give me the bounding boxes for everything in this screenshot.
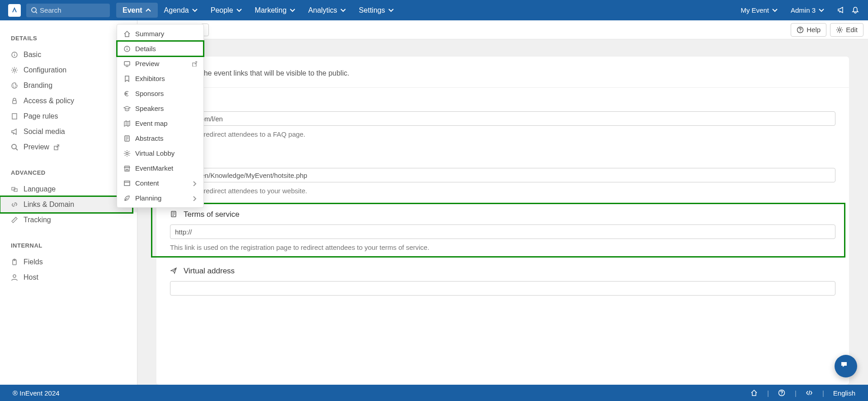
nav-people[interactable]: People xyxy=(204,0,249,20)
megaphone-icon xyxy=(11,128,24,135)
palette-icon xyxy=(11,82,24,89)
notifications-icon[interactable] xyxy=(852,6,860,14)
nav-label: Marketing xyxy=(255,6,287,14)
field-label-text: Virtual address xyxy=(184,267,235,276)
nav-label: My Event xyxy=(741,6,769,14)
info-icon xyxy=(11,51,24,58)
sidebar-item-label: Page rules xyxy=(24,112,58,120)
footer-code-icon[interactable] xyxy=(806,389,813,397)
website-link-input[interactable] xyxy=(170,168,835,182)
field-help-text: be used to redirect attendees to a FAQ p… xyxy=(170,130,835,138)
document-icon xyxy=(123,135,135,142)
nav-label: People xyxy=(211,6,233,14)
dd-exhibitors[interactable]: Exhibitors xyxy=(117,71,203,86)
person-icon xyxy=(11,274,24,281)
monitor-icon xyxy=(123,60,135,67)
search-icon xyxy=(31,7,37,14)
dd-virtual-lobby[interactable]: Virtual Lobby xyxy=(117,146,203,161)
dd-label: Sponsors xyxy=(135,90,164,97)
nav-user[interactable]: Admin 3 xyxy=(784,0,831,20)
sidebar-item-host[interactable]: Host xyxy=(0,270,137,285)
footer-separator: | xyxy=(822,389,824,397)
sidebar-item-label: Tracking xyxy=(24,216,51,224)
dd-label: Speakers xyxy=(135,105,164,112)
top-navbar: Event Agenda People Marketing Analytics … xyxy=(0,0,868,20)
copyright-text: ® InEvent 2024 xyxy=(13,389,60,397)
search-input[interactable] xyxy=(40,6,105,14)
dd-label: Preview xyxy=(135,60,159,67)
bookmark-icon xyxy=(123,75,135,82)
dd-summary[interactable]: Summary xyxy=(117,26,203,41)
event-dropdown: Summary Details Preview Exhibitors Spons… xyxy=(117,24,204,208)
chat-launcher[interactable] xyxy=(835,355,857,377)
nav-label: Settings xyxy=(359,6,385,14)
dd-planning[interactable]: Planning xyxy=(117,191,203,205)
dd-event-map[interactable]: Event map xyxy=(117,116,203,131)
dd-sponsors[interactable]: Sponsors xyxy=(117,86,203,101)
link-icon xyxy=(11,201,24,208)
footer-help-icon[interactable] xyxy=(778,389,786,397)
sidebar-item-label: Basic xyxy=(24,51,41,59)
dd-details[interactable]: Details xyxy=(117,41,203,56)
virtual-address-input[interactable] xyxy=(170,281,835,296)
nav-settings[interactable]: Settings xyxy=(353,0,401,20)
nav-label: Event xyxy=(123,6,142,14)
clipboard-icon xyxy=(11,258,24,266)
sidebar-item-label: Language xyxy=(24,185,56,193)
content-icon xyxy=(123,180,135,187)
dd-label: Planning xyxy=(135,194,161,202)
intro-text: configure the event links that will be v… xyxy=(156,69,849,88)
dd-label: EventMarket xyxy=(135,164,173,172)
page-icon xyxy=(11,113,24,120)
dd-label: Virtual Lobby xyxy=(135,149,175,157)
lock-icon xyxy=(11,97,24,105)
dd-speakers[interactable]: Speakers xyxy=(117,101,203,116)
announce-icon[interactable] xyxy=(837,6,845,14)
footer-language[interactable]: English xyxy=(833,389,855,397)
content-panel: configure the event links that will be v… xyxy=(156,57,849,385)
dd-label: Summary xyxy=(135,30,164,38)
footer-home-icon[interactable] xyxy=(750,389,758,397)
dd-abstracts[interactable]: Abstracts xyxy=(117,131,203,146)
ruler-icon xyxy=(11,216,24,224)
field-label-text: Terms of service xyxy=(184,210,240,219)
edit-button[interactable]: Edit xyxy=(830,23,863,37)
global-search[interactable] xyxy=(26,4,110,17)
dd-eventmarket[interactable]: EventMarket xyxy=(117,161,203,176)
gear-icon xyxy=(123,150,135,157)
nav-analytics[interactable]: Analytics xyxy=(302,0,353,20)
info-icon xyxy=(123,45,135,53)
dd-content[interactable]: Content xyxy=(117,176,203,191)
chat-icon xyxy=(840,361,851,372)
footer-separator: | xyxy=(767,389,769,397)
nav-agenda[interactable]: Agenda xyxy=(158,0,204,20)
dd-label: Content xyxy=(135,179,159,187)
dd-label: Abstracts xyxy=(135,134,164,142)
footer-separator: | xyxy=(795,389,797,397)
app-logo[interactable] xyxy=(8,4,21,17)
dd-label: Details xyxy=(135,45,156,53)
search-icon xyxy=(11,143,24,151)
chevron-down-icon xyxy=(388,7,394,14)
nav-my-event[interactable]: My Event xyxy=(734,0,784,20)
store-icon xyxy=(123,165,135,172)
faq-link-input[interactable] xyxy=(170,111,835,126)
document-icon xyxy=(170,210,178,219)
help-button[interactable]: Help xyxy=(791,23,826,37)
sidebar-heading-internal: INTERNAL xyxy=(0,238,137,254)
chevron-up-icon xyxy=(145,7,151,14)
sidebar-item-label: Preview xyxy=(24,143,49,151)
gear-icon xyxy=(836,26,843,33)
sidebar-item-label: Host xyxy=(24,273,38,282)
sidebar-item-tracking[interactable]: Tracking xyxy=(0,212,137,228)
nav-marketing[interactable]: Marketing xyxy=(249,0,302,20)
nav-event[interactable]: Event xyxy=(116,3,158,18)
terms-link-input[interactable] xyxy=(170,224,835,239)
field-terms-of-service: Terms of service This link is used on th… xyxy=(156,201,849,258)
sidebar-item-fields[interactable]: Fields xyxy=(0,254,137,270)
chevron-right-icon xyxy=(192,196,197,201)
dd-preview[interactable]: Preview xyxy=(117,56,203,71)
external-link-icon xyxy=(191,61,197,67)
secondary-toolbar: Help Edit xyxy=(137,20,868,39)
field-virtual-address: Virtual address xyxy=(156,258,849,302)
